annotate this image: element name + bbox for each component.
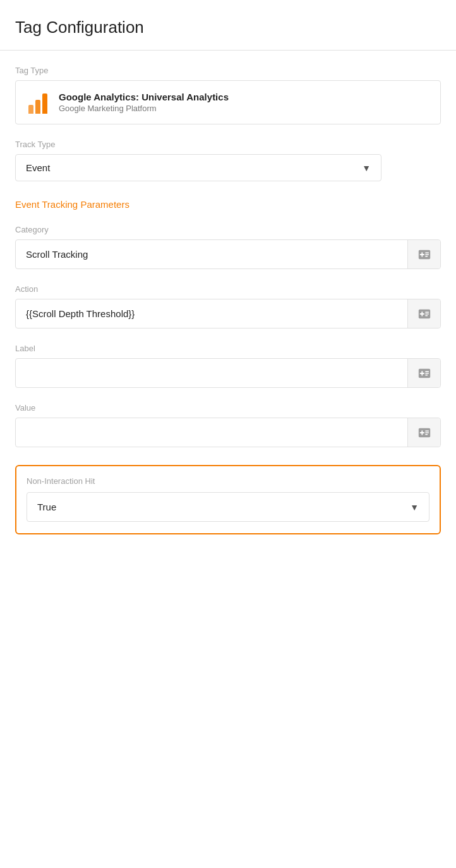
value-variable-button[interactable] xyxy=(407,418,440,447)
tag-platform: Google Marketing Platform xyxy=(59,104,229,113)
value-input[interactable] xyxy=(16,418,407,447)
track-type-dropdown[interactable]: Event ▼ xyxy=(15,154,381,181)
variable-icon xyxy=(417,366,431,380)
header: Tag Configuration xyxy=(0,0,456,51)
category-variable-button[interactable] xyxy=(407,240,440,268)
variable-icon xyxy=(417,426,431,440)
label-input-row xyxy=(15,358,441,388)
non-interaction-value: True xyxy=(37,502,56,512)
category-input[interactable] xyxy=(16,240,407,268)
variable-icon xyxy=(417,248,431,262)
non-interaction-dropdown[interactable]: True ▼ xyxy=(27,492,429,522)
page-title: Tag Configuration xyxy=(15,18,441,37)
chevron-down-icon: ▼ xyxy=(362,163,371,173)
action-input[interactable] xyxy=(16,299,407,328)
non-interaction-label: Non-Interaction Hit xyxy=(27,476,429,486)
label-field-label: Label xyxy=(15,344,441,353)
tag-type-label: Tag Type xyxy=(15,66,441,75)
tag-type-card[interactable]: Google Analytics: Universal Analytics Go… xyxy=(15,80,441,124)
chevron-down-icon: ▼ xyxy=(410,502,419,512)
variable-icon xyxy=(417,307,431,321)
event-tracking-section-label: Event Tracking Parameters xyxy=(15,199,441,210)
page-container: Tag Configuration Tag Type Google Analyt… xyxy=(0,0,456,550)
non-interaction-section: Non-Interaction Hit True ▼ xyxy=(15,465,441,534)
action-input-row xyxy=(15,299,441,329)
analytics-icon xyxy=(28,91,47,114)
category-input-row xyxy=(15,239,441,269)
label-variable-button[interactable] xyxy=(407,359,440,387)
main-content: Tag Type Google Analytics: Universal Ana… xyxy=(0,51,456,550)
action-variable-button[interactable] xyxy=(407,299,440,328)
label-input[interactable] xyxy=(16,359,407,387)
value-field-label: Value xyxy=(15,403,441,413)
category-label: Category xyxy=(15,225,441,234)
action-label: Action xyxy=(15,284,441,294)
track-type-value: Event xyxy=(26,162,50,173)
tag-name: Google Analytics: Universal Analytics xyxy=(59,92,229,102)
tag-info: Google Analytics: Universal Analytics Go… xyxy=(59,92,229,113)
value-input-row xyxy=(15,418,441,447)
track-type-label: Track Type xyxy=(15,140,441,149)
